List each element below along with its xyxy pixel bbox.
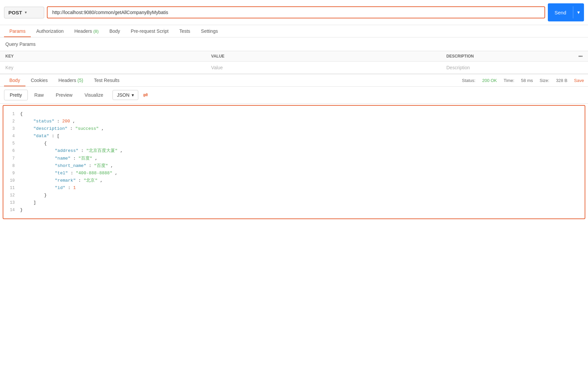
- line-num-3: 3: [3, 125, 20, 132]
- more-cell: [573, 62, 588, 74]
- tab-pre-request[interactable]: Pre-request Script: [126, 25, 174, 37]
- code-content-1: {: [20, 110, 585, 118]
- code-area: 1 { 2 "status" : 200 , 3 "description": [3, 107, 585, 217]
- code-content-2: "status" : 200 ,: [20, 118, 585, 125]
- code-content-12: }: [20, 192, 585, 199]
- line-num-4: 4: [3, 132, 20, 140]
- query-params-header: Query Params: [0, 37, 588, 51]
- tab-params[interactable]: Params: [4, 25, 31, 37]
- line-num-7: 7: [3, 155, 20, 162]
- code-content-5: {: [20, 140, 585, 147]
- resp-tab-body[interactable]: Body: [4, 74, 25, 86]
- resp-tab-test-results[interactable]: Test Results: [88, 74, 125, 86]
- method-chevron-icon: ▾: [25, 10, 27, 15]
- response-meta: Status: 200 OK Time: 58 ms Size: 328 B S…: [462, 78, 584, 83]
- desc-cell[interactable]: Description: [441, 62, 573, 74]
- size-value: 328 B: [556, 78, 567, 83]
- tab-tests[interactable]: Tests: [174, 25, 196, 37]
- params-table: KEY VALUE DESCRIPTION ••• Key Value Desc…: [0, 51, 588, 74]
- fmt-tab-pretty[interactable]: Pretty: [4, 90, 28, 100]
- table-row: Key Value Description: [0, 62, 588, 74]
- response-tabs-bar: Body Cookies Headers (5) Test Results St…: [0, 74, 588, 87]
- code-content-4: "data" : [: [20, 132, 585, 140]
- code-content-7: "name" : "百度" ,: [20, 155, 585, 162]
- top-bar: POST ▾ Send ▾: [0, 0, 588, 25]
- code-content-10: "remark" : "北京" ,: [20, 177, 585, 184]
- response-section: Body Cookies Headers (5) Test Results St…: [0, 74, 588, 219]
- time-value: 58 ms: [521, 78, 533, 83]
- code-line-2: 2 "status" : 200 ,: [3, 118, 585, 125]
- code-line-12: 12 }: [3, 192, 585, 199]
- line-num-14: 14: [3, 206, 20, 213]
- line-num-11: 11: [3, 184, 20, 191]
- code-content-13: ]: [20, 199, 585, 206]
- fmt-tab-raw[interactable]: Raw: [29, 90, 49, 100]
- code-line-4: 4 "data" : [: [3, 132, 585, 140]
- code-line-7: 7 "name" : "百度" ,: [3, 155, 585, 162]
- line-num-13: 13: [3, 199, 20, 206]
- request-tabs: Params Authorization Headers (8) Body Pr…: [0, 25, 588, 37]
- save-response-link[interactable]: Save: [574, 78, 584, 83]
- line-num-1: 1: [3, 110, 20, 117]
- line-num-2: 2: [3, 118, 20, 125]
- line-num-8: 8: [3, 162, 20, 169]
- code-content-6: "address" : "北京百度大厦" ,: [20, 147, 585, 155]
- code-line-14: 14 }: [3, 206, 585, 214]
- resp-tab-cookies[interactable]: Cookies: [25, 74, 53, 86]
- value-cell[interactable]: Value: [206, 62, 441, 74]
- code-line-3: 3 "description" : "success" ,: [3, 125, 585, 132]
- line-num-5: 5: [3, 140, 20, 147]
- col-key: KEY: [0, 51, 206, 62]
- code-content-14: }: [20, 206, 585, 214]
- status-value: 200 OK: [482, 78, 497, 83]
- tab-headers[interactable]: Headers (8): [69, 25, 104, 37]
- code-line-1: 1 {: [3, 110, 585, 118]
- send-button[interactable]: Send ▾: [548, 3, 584, 21]
- size-label: Size:: [539, 78, 549, 83]
- method-select[interactable]: POST ▾: [4, 7, 44, 18]
- fmt-tab-visualize[interactable]: Visualize: [79, 90, 108, 100]
- code-content-11: "id" : 1: [20, 184, 585, 192]
- wrap-button[interactable]: ⇌: [140, 89, 151, 101]
- code-content-9: "tel" : "400-888-8888" ,: [20, 170, 585, 177]
- json-format-select[interactable]: JSON ▾: [113, 90, 138, 100]
- code-line-5: 5 {: [3, 140, 585, 147]
- tab-authorization[interactable]: Authorization: [31, 25, 69, 37]
- tab-body[interactable]: Body: [104, 25, 126, 37]
- col-description: DESCRIPTION: [441, 51, 573, 62]
- line-num-9: 9: [3, 170, 20, 177]
- fmt-tab-preview[interactable]: Preview: [51, 90, 78, 100]
- col-value: VALUE: [206, 51, 441, 62]
- code-line-9: 9 "tel" : "400-888-8888" ,: [3, 170, 585, 177]
- line-num-12: 12: [3, 192, 20, 199]
- status-label: Status:: [462, 78, 475, 83]
- code-line-8: 8 "short_name" : "百度" ,: [3, 162, 585, 170]
- json-chevron-icon: ▾: [132, 92, 134, 98]
- code-line-13: 13 ]: [3, 199, 585, 206]
- tab-settings[interactable]: Settings: [196, 25, 223, 37]
- json-format-label: JSON: [117, 92, 129, 98]
- send-arrow-icon: ▾: [573, 6, 584, 18]
- code-wrapper: 1 { 2 "status" : 200 , 3 "description": [3, 105, 585, 219]
- key-cell[interactable]: Key: [0, 62, 206, 74]
- code-content-3: "description" : "success" ,: [20, 125, 585, 132]
- col-more: •••: [573, 51, 588, 62]
- code-content-8: "short_name" : "百度" ,: [20, 162, 585, 170]
- method-label: POST: [8, 10, 22, 15]
- url-input[interactable]: [47, 6, 545, 18]
- code-line-11: 11 "id" : 1: [3, 184, 585, 192]
- code-line-6: 6 "address" : "北京百度大厦" ,: [3, 147, 585, 155]
- format-bar: Pretty Raw Preview Visualize JSON ▾ ⇌: [0, 87, 588, 104]
- resp-tab-headers[interactable]: Headers (5): [53, 74, 89, 86]
- time-label: Time:: [504, 78, 514, 83]
- send-label: Send: [548, 7, 573, 18]
- code-line-10: 10 "remark" : "北京" ,: [3, 177, 585, 184]
- line-num-6: 6: [3, 147, 20, 154]
- line-num-10: 10: [3, 177, 20, 184]
